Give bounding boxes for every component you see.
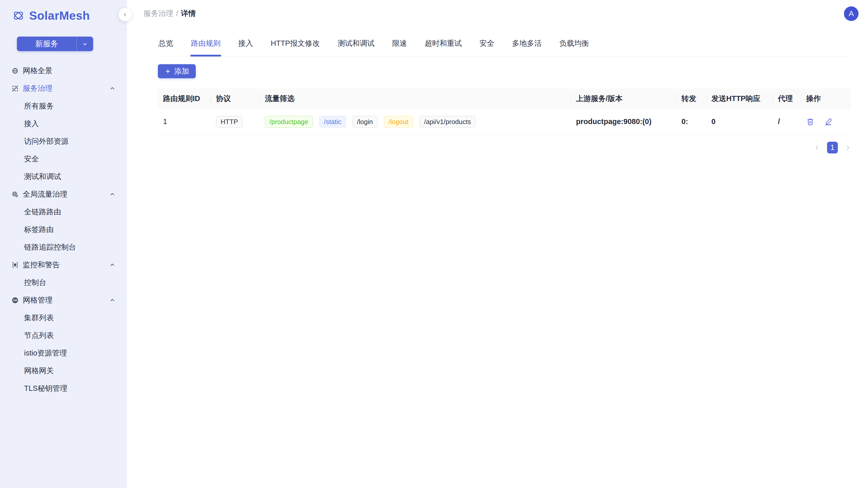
sidebar-item-access-entry[interactable]: 接入 bbox=[0, 115, 127, 132]
tab-overview[interactable]: 总览 bbox=[158, 32, 174, 56]
filter-tag: /api/v1/products bbox=[420, 116, 476, 128]
logo-text: SolarMesh bbox=[29, 9, 90, 23]
tab-label: 测试和调试 bbox=[338, 39, 375, 47]
logo[interactable]: SolarMesh bbox=[0, 0, 127, 22]
sidebar-item-mesh-panorama[interactable]: 网格全景 bbox=[0, 62, 127, 79]
breadcrumb-parent[interactable]: 服务治理 bbox=[144, 8, 173, 19]
new-service-split-button: 新服务 bbox=[17, 37, 93, 51]
table-row: 1 HTTP /productpage /static /login /logo… bbox=[158, 109, 851, 134]
tab-load-balancing[interactable]: 负载均衡 bbox=[559, 32, 590, 56]
chevron-right-icon bbox=[844, 144, 851, 151]
chevron-left-icon bbox=[814, 144, 820, 151]
tab-label: 接入 bbox=[238, 39, 253, 47]
column-header-rule-id: 路由规则ID bbox=[158, 89, 211, 109]
sidebar-item-trace-console[interactable]: 链路追踪控制台 bbox=[0, 238, 127, 256]
sidebar-item-label: 监控和警告 bbox=[23, 260, 60, 270]
sidebar-item-istio-resource-management[interactable]: istio资源管理 bbox=[0, 344, 127, 362]
table-header-row: 路由规则ID 协议 流量筛选 上游服务/版本 转发 发送HTTP响应 代理 操作 bbox=[158, 89, 851, 109]
pagination-prev-button[interactable] bbox=[814, 144, 820, 151]
tab-access[interactable]: 接入 bbox=[238, 32, 254, 56]
new-service-dropdown-button[interactable] bbox=[77, 37, 93, 51]
sidebar-item-external-resources[interactable]: 访问外部资源 bbox=[0, 132, 127, 150]
protocol-tag: HTTP bbox=[216, 116, 243, 128]
tab-multi-region[interactable]: 多地多活 bbox=[512, 32, 542, 56]
tab-route-rules[interactable]: 路由规则 bbox=[190, 32, 221, 56]
sm-badge-icon: SM bbox=[12, 297, 19, 303]
filter-tag: /logout bbox=[384, 116, 413, 128]
sidebar-item-label: 安全 bbox=[24, 154, 39, 164]
cell-protocol: HTTP bbox=[211, 109, 260, 134]
sidebar-item-label: 网格全景 bbox=[23, 66, 53, 76]
column-header-http-response: 发送HTTP响应 bbox=[706, 89, 773, 109]
tab-test-debug[interactable]: 测试和调试 bbox=[337, 32, 375, 56]
new-service-button[interactable]: 新服务 bbox=[17, 37, 77, 51]
sidebar-item-mesh-management[interactable]: SM 网格管理 bbox=[0, 291, 127, 309]
sidebar-collapse-button[interactable] bbox=[119, 8, 132, 21]
mesh-dots-icon bbox=[12, 85, 19, 92]
filter-tag: /static bbox=[319, 116, 346, 128]
cell-actions bbox=[801, 109, 851, 134]
chevron-up-icon[interactable] bbox=[110, 192, 115, 197]
trash-icon bbox=[806, 118, 814, 126]
tab-http-modify[interactable]: HTTP报文修改 bbox=[270, 32, 320, 56]
delete-button[interactable] bbox=[806, 118, 814, 126]
sidebar-item-label: 标签路由 bbox=[24, 225, 54, 235]
sidebar-item-tls-key-management[interactable]: TLS秘钥管理 bbox=[0, 380, 127, 397]
sidebar-item-node-list[interactable]: 节点列表 bbox=[0, 327, 127, 344]
cell-upstream: productpage:9080:(0) bbox=[571, 109, 676, 134]
pencil-icon bbox=[824, 118, 833, 126]
sidebar-item-security[interactable]: 安全 bbox=[0, 150, 127, 168]
cell-http-response: 0 bbox=[706, 109, 773, 134]
avatar[interactable]: A bbox=[844, 6, 859, 21]
tab-security[interactable]: 安全 bbox=[479, 32, 495, 56]
topbar: 服务治理 / 详情 A bbox=[127, 0, 868, 27]
tab-label: 负载均衡 bbox=[559, 39, 589, 47]
cell-traffic-filters: /productpage /static /login /logout /api… bbox=[260, 109, 571, 134]
tab-bar: 总览 路由规则 接入 HTTP报文修改 测试和调试 限速 超时和重试 安全 多地… bbox=[158, 32, 851, 57]
globe-gear-icon bbox=[12, 191, 19, 198]
pagination-page-1[interactable]: 1 bbox=[827, 142, 838, 154]
edit-button[interactable] bbox=[824, 118, 833, 126]
solarmesh-logo-icon bbox=[12, 9, 25, 22]
cell-proxy: / bbox=[773, 109, 801, 134]
chevron-left-icon bbox=[122, 12, 128, 18]
sidebar-item-mesh-gateway[interactable]: 网格网关 bbox=[0, 362, 127, 380]
tab-label: HTTP报文修改 bbox=[271, 39, 320, 47]
column-header-upstream: 上游服务/版本 bbox=[571, 89, 676, 109]
breadcrumb-current: 详情 bbox=[181, 8, 196, 19]
cell-forward: 0: bbox=[676, 109, 706, 134]
sidebar-item-cluster-list[interactable]: 集群列表 bbox=[0, 309, 127, 327]
pagination-next-button[interactable] bbox=[844, 144, 851, 151]
breadcrumb-separator: / bbox=[176, 9, 178, 18]
sidebar-divider bbox=[0, 30, 127, 30]
main-area: 服务治理 / 详情 A 总览 路由规则 接入 HTTP报文修改 测试和调试 限速… bbox=[127, 0, 868, 488]
sidebar-item-label: 网格网关 bbox=[24, 366, 54, 376]
sidebar-item-all-services[interactable]: 所有服务 bbox=[0, 97, 127, 115]
add-button-label: 添加 bbox=[174, 66, 189, 76]
sidebar-item-monitoring-alerts[interactable]: 监控和警告 bbox=[0, 256, 127, 274]
chevron-down-icon bbox=[82, 41, 88, 47]
sidebar-menu: 网格全景 服务治理 所有服务 bbox=[0, 62, 127, 397]
chevron-up-icon[interactable] bbox=[110, 86, 115, 91]
content: 总览 路由规则 接入 HTTP报文修改 测试和调试 限速 超时和重试 安全 多地… bbox=[127, 32, 868, 154]
chevron-up-icon[interactable] bbox=[110, 297, 115, 303]
sidebar-item-label: istio资源管理 bbox=[24, 348, 67, 358]
sidebar-item-global-traffic-governance[interactable]: 全局流量治理 bbox=[0, 186, 127, 203]
route-rules-table: 路由规则ID 协议 流量筛选 上游服务/版本 转发 发送HTTP响应 代理 操作… bbox=[158, 89, 851, 134]
sidebar-item-console[interactable]: 控制台 bbox=[0, 274, 127, 291]
add-button[interactable]: 添加 bbox=[158, 64, 196, 78]
column-header-actions: 操作 bbox=[801, 89, 851, 109]
tab-timeout-retry[interactable]: 超时和重试 bbox=[424, 32, 462, 56]
chevron-up-icon[interactable] bbox=[110, 262, 115, 268]
sidebar-item-full-link-routing[interactable]: 全链路路由 bbox=[0, 203, 127, 221]
tab-rate-limit[interactable]: 限速 bbox=[392, 32, 408, 56]
globe-icon bbox=[12, 67, 19, 74]
breadcrumb: 服务治理 / 详情 bbox=[144, 8, 196, 19]
tab-label: 多地多活 bbox=[512, 39, 542, 47]
sidebar-item-label-routing[interactable]: 标签路由 bbox=[0, 221, 127, 238]
sidebar-item-service-governance[interactable]: 服务治理 bbox=[0, 79, 127, 97]
tab-label: 限速 bbox=[392, 39, 407, 47]
app-root: SolarMesh 新服务 网格全景 bbox=[0, 0, 868, 488]
filter-tag: /productpage bbox=[265, 116, 313, 128]
sidebar-item-test-and-debug[interactable]: 测试和调试 bbox=[0, 168, 127, 186]
